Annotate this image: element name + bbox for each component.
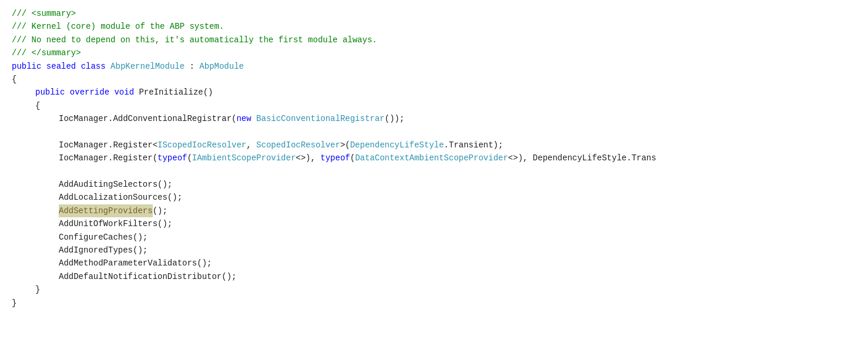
- code-line: [0, 165, 868, 178]
- code-line: AddLocalizationSources();: [0, 191, 868, 204]
- code-line: /// Kernel (core) module of the ABP syst…: [0, 20, 868, 33]
- code-line: }: [0, 283, 868, 296]
- code-line: AddSettingProviders();: [0, 204, 868, 217]
- code-line: IocManager.Register(typeof(IAmbientScope…: [0, 152, 868, 164]
- code-line: /// <summary>: [0, 7, 868, 20]
- code-line: {: [0, 99, 868, 112]
- code-line: AddUnitOfWorkFilters();: [0, 217, 868, 230]
- code-line: }: [0, 297, 868, 310]
- code-line: AddIgnoredTypes();: [0, 244, 868, 257]
- code-line: IocManager.AddConventionalRegistrar(new …: [0, 112, 868, 125]
- code-editor: /// <summary>/// Kernel (core) module of…: [0, 0, 868, 343]
- code-line: AddMethodParameterValidators();: [0, 257, 868, 270]
- code-line: /// No need to depend on this, it's auto…: [0, 33, 868, 46]
- code-line: ConfigureCaches();: [0, 231, 868, 244]
- code-line: public sealed class AbpKernelModule : Ab…: [0, 60, 868, 73]
- code-line: /// </summary>: [0, 46, 868, 59]
- code-line: [0, 126, 868, 139]
- code-line: IocManager.Register<IScopedIocResolver, …: [0, 139, 868, 152]
- code-line: AddAuditingSelectors();: [0, 178, 868, 191]
- code-line: {: [0, 73, 868, 86]
- code-line: public override void PreInitialize(): [0, 86, 868, 99]
- code-line: AddDefaultNotificationDistributor();: [0, 270, 868, 283]
